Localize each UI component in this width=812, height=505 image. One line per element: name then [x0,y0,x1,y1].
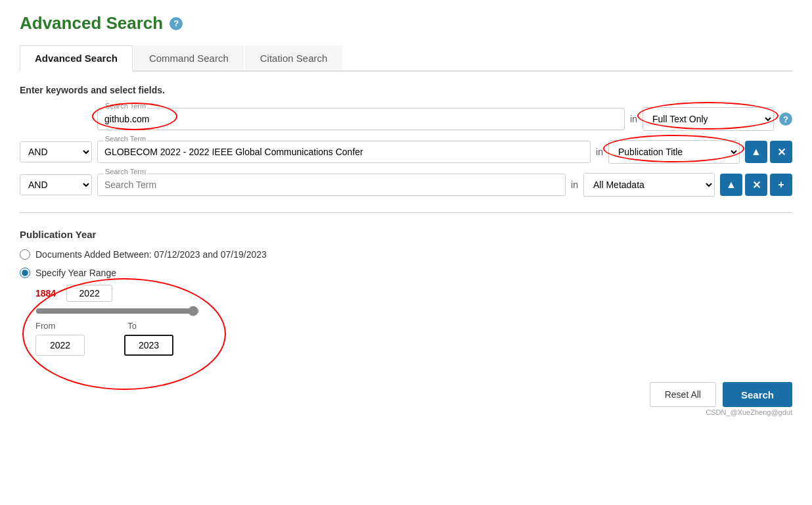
year-from-to-labels: From To [35,321,792,331]
to-year-input[interactable] [124,335,173,356]
in-label-3: in [571,180,578,190]
reset-button[interactable]: Reset All [650,382,716,407]
year-range-slider[interactable] [35,306,200,316]
from-label: From [35,321,55,331]
year-min-value: 1884 [35,288,56,299]
row2-actions: ▲ ✕ [745,141,792,163]
field-select-2[interactable]: Publication Title All Metadata Full Text… [608,140,740,164]
search-button[interactable]: Search [723,382,792,407]
year-max-input[interactable] [66,285,112,302]
pub-year-title: Publication Year [20,229,792,240]
help-icon[interactable]: ? [169,17,183,30]
search-input-2[interactable] [97,141,591,163]
year-inputs-row [35,335,792,356]
radio-docs-added[interactable]: Documents Added Between: 07/12/2023 and … [20,249,792,260]
instruction-label: Enter keywords and select fields. [20,85,792,95]
year-values-row: 1884 [35,285,792,302]
row2-up-button[interactable]: ▲ [745,141,767,163]
search-term-wrap-1: Search Term [97,108,625,130]
field-select-wrap-2: Publication Title All Metadata Full Text… [608,140,740,164]
radio-year-range-label: Specify Year Range [35,268,116,278]
row3-remove-button[interactable]: ✕ [745,174,767,196]
year-range-controls: 1884 From To [35,285,792,356]
search-row-1: Search Term in Full Text Only All Metada… [20,107,792,131]
year-slider-wrap [35,306,200,318]
field-select-1[interactable]: Full Text Only All Metadata Publication … [643,107,774,131]
field-select-wrap-3: All Metadata Full Text Only Publication … [583,173,715,197]
field-select-wrap-1: Full Text Only All Metadata Publication … [643,107,774,131]
operator-select-3[interactable]: AND OR NOT [20,174,92,195]
to-label: To [127,321,137,331]
from-year-input[interactable] [35,335,85,356]
field-select-3[interactable]: All Metadata Full Text Only Publication … [583,173,715,197]
radio-year-range-input[interactable] [20,268,30,278]
page-title-area: Advanced Search ? [20,13,792,34]
tabs-bar: Advanced Search Command Search Citation … [20,45,792,72]
search-row-3: AND OR NOT Search Term in All Metadata F… [20,173,792,197]
in-label-1: in [630,114,637,124]
search-term-wrap-2: Search Term [97,141,591,163]
search-term-label-1: Search Term [104,102,147,110]
row3-add-button[interactable]: + [770,174,792,196]
radio-docs-added-input[interactable] [20,249,30,260]
section-divider [20,212,792,213]
tab-command-search[interactable]: Command Search [134,45,244,70]
in-label-2: in [596,147,603,157]
search-row-2: AND OR NOT Search Term in Publication Ti… [20,140,792,164]
search-input-1[interactable] [97,108,625,130]
search-input-3[interactable] [97,174,566,196]
bottom-buttons-area: Reset All Search [20,382,792,407]
row1-help-icon[interactable]: ? [779,112,792,126]
row3-actions: ▲ ✕ + [720,174,792,196]
search-term-wrap-3: Search Term [97,174,566,196]
operator-select-2[interactable]: AND OR NOT [20,141,92,162]
publication-year-section: Publication Year Documents Added Between… [20,229,792,356]
search-term-label-3: Search Term [104,168,147,176]
tab-advanced-search[interactable]: Advanced Search [20,45,133,72]
search-term-label-2: Search Term [104,135,147,143]
radio-year-range[interactable]: Specify Year Range [20,268,792,278]
pub-year-radio-group: Documents Added Between: 07/12/2023 and … [20,249,792,278]
row2-remove-button[interactable]: ✕ [770,141,792,163]
watermark: CSDN_@XueZheng@gdut [20,408,792,416]
tab-citation-search[interactable]: Citation Search [245,45,343,70]
radio-docs-added-label: Documents Added Between: 07/12/2023 and … [35,249,267,260]
page-title: Advanced Search [20,13,163,34]
row3-up-button[interactable]: ▲ [720,174,742,196]
